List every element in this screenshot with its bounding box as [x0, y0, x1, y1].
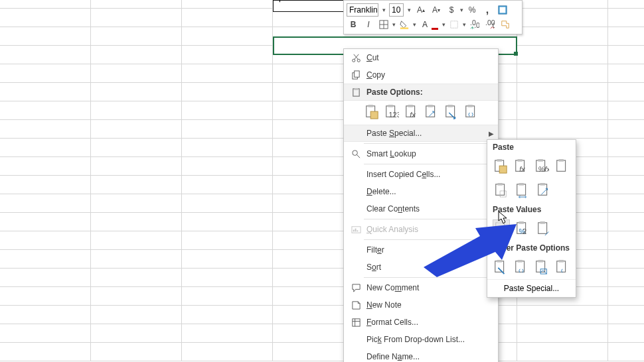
svg-text:.00: .00: [474, 21, 479, 29]
svg-text:2: 2: [523, 227, 526, 235]
svg-line-14: [353, 54, 358, 59]
svg-rect-57: [517, 184, 526, 196]
svg-rect-29: [428, 105, 433, 107]
menu-define-name[interactable]: Define Name...: [344, 348, 498, 362]
svg-text:fx: fx: [410, 111, 416, 119]
font-size-dropdown[interactable]: ▾: [406, 7, 412, 13]
italic-button[interactable]: I: [362, 18, 375, 31]
quick-analysis-icon: [348, 225, 364, 235]
copy-icon: [348, 70, 364, 80]
paste-picture-icon[interactable]: [534, 258, 550, 276]
menu-cut[interactable]: Cut: [344, 49, 498, 66]
paste-values-number-format-icon[interactable]: %2: [514, 219, 531, 238]
svg-text:123: 123: [388, 111, 399, 119]
bold-button[interactable]: B: [347, 18, 360, 31]
font-name-input[interactable]: Franklin: [347, 3, 378, 17]
svg-rect-52: [556, 160, 565, 172]
mini-toolbar: Franklin ▾ 10 ▾ A▴ A▾ $ ▾ % , B I ▾ ▾ A …: [343, 0, 523, 34]
increase-font-icon[interactable]: A▴: [414, 3, 428, 17]
svg-rect-50: [538, 159, 542, 162]
format-cells-icon[interactable]: [496, 3, 509, 17]
svg-rect-44: [497, 159, 502, 162]
svg-rect-5: [400, 27, 408, 29]
svg-line-13: [354, 54, 359, 59]
menu-format-cells[interactable]: Format Cells...: [344, 314, 498, 331]
svg-rect-54: [496, 184, 505, 196]
paste-transpose-icon[interactable]: [535, 181, 552, 200]
svg-rect-32: [466, 106, 475, 117]
menu-sort[interactable]: Sort ▶: [344, 259, 498, 276]
svg-rect-72: [518, 260, 523, 263]
search-icon: [348, 149, 364, 159]
svg-rect-31: [448, 105, 453, 107]
increase-decimal-icon[interactable]: .0.00: [468, 18, 481, 31]
submenu-paste-special-link[interactable]: Paste Special...: [487, 279, 576, 297]
paste-formatting-only-icon[interactable]: [493, 258, 509, 276]
svg-rect-40: [352, 318, 359, 326]
svg-rect-38: [355, 228, 356, 231]
paste-no-borders-icon[interactable]: [493, 181, 510, 200]
decrease-font-icon[interactable]: A▾: [430, 3, 443, 17]
paste-link-icon[interactable]: [463, 103, 479, 121]
paste-formulas-icon[interactable]: fx: [404, 103, 420, 121]
svg-rect-69: [495, 261, 504, 272]
font-color-icon[interactable]: A: [418, 18, 432, 31]
paste-formulas-format-icon[interactable]: %fx: [534, 157, 550, 176]
format-painter-icon[interactable]: [499, 18, 512, 31]
accounting-format-icon[interactable]: $: [445, 3, 458, 17]
menu-paste-special[interactable]: Paste Special... ▶: [344, 125, 498, 142]
svg-rect-67: [538, 223, 547, 234]
menu-pick-from-list[interactable]: Pick From Drop-down List...: [344, 331, 498, 348]
svg-rect-56: [500, 191, 506, 197]
mouse-cursor-icon: [498, 211, 509, 224]
svg-text:fx: fx: [519, 165, 525, 173]
paste-link-icon[interactable]: [513, 258, 530, 276]
comma-format-icon[interactable]: ,: [481, 3, 494, 17]
menu-filter[interactable]: Filter ▶: [344, 241, 498, 259]
svg-point-11: [352, 59, 355, 62]
svg-rect-47: [518, 159, 523, 162]
menu-new-comment[interactable]: New Comment: [344, 279, 498, 296]
svg-rect-74: [538, 260, 542, 263]
paste-all-icon[interactable]: [364, 103, 380, 121]
font-size-input[interactable]: 10: [389, 3, 404, 17]
paste-values-source-format-icon[interactable]: [535, 219, 552, 238]
decrease-decimal-icon[interactable]: .00.0: [483, 18, 497, 31]
svg-text:%fx: %fx: [538, 165, 549, 173]
menu-insert-copied-cells[interactable]: Insert Copied Cells...: [344, 166, 498, 183]
paste-all-icon[interactable]: [493, 157, 509, 176]
paste-column-widths-icon[interactable]: [514, 181, 531, 200]
svg-rect-61: [496, 223, 505, 234]
svg-rect-76: [556, 261, 565, 272]
paste-formatting-icon[interactable]: [443, 103, 459, 121]
svg-rect-6: [451, 21, 458, 29]
submenu-arrow-icon: ▶: [489, 130, 494, 137]
svg-rect-21: [370, 111, 378, 119]
paste-linked-picture-icon[interactable]: [554, 258, 570, 276]
paste-source-format-icon[interactable]: [554, 157, 570, 176]
svg-rect-26: [408, 105, 413, 107]
svg-line-35: [357, 154, 360, 158]
menu-quick-analysis: Quick Analysis: [344, 221, 498, 238]
fill-color-icon[interactable]: [398, 18, 411, 31]
menu-new-note[interactable]: New Note: [344, 296, 498, 314]
paste-values-icon[interactable]: 123: [384, 103, 400, 121]
menu-clear-contents[interactable]: Clear Contents: [344, 200, 498, 217]
borders-icon[interactable]: [377, 18, 390, 31]
svg-point-12: [357, 59, 360, 62]
paste-transpose-icon[interactable]: [424, 103, 440, 121]
menu-delete[interactable]: Delete...: [344, 183, 498, 200]
svg-rect-20: [368, 105, 373, 107]
paste-formulas-icon[interactable]: fx: [513, 157, 530, 176]
submenu-other-options-header: Other Paste Options: [487, 241, 576, 255]
menu-smart-lookup[interactable]: Smart Lookup: [344, 145, 498, 162]
font-name-dropdown[interactable]: ▾: [380, 7, 387, 13]
percent-format-icon[interactable]: %: [465, 3, 479, 17]
svg-rect-70: [497, 260, 502, 263]
svg-rect-1: [500, 7, 506, 13]
svg-rect-39: [357, 230, 358, 231]
borders-dropdown-icon[interactable]: [447, 18, 461, 31]
svg-rect-16: [354, 70, 359, 76]
menu-copy[interactable]: Copy: [344, 66, 498, 84]
svg-rect-45: [500, 166, 507, 173]
